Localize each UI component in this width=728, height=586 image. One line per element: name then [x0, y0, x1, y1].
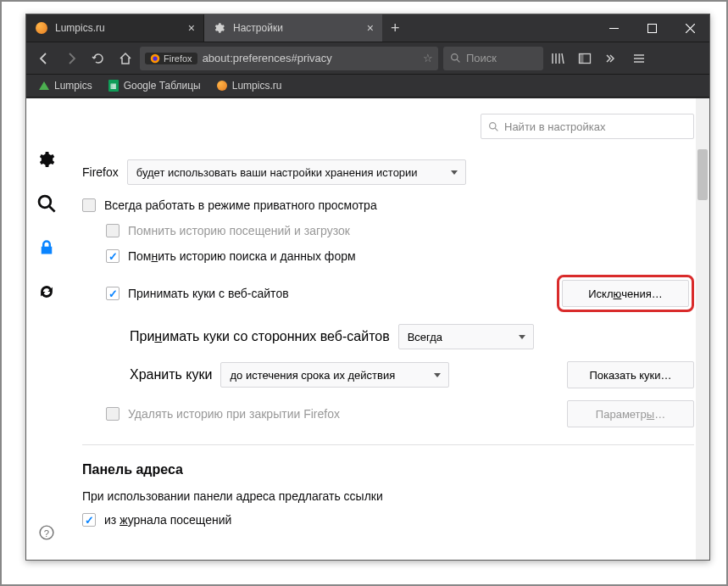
highlight-frame: Исключения…	[557, 275, 694, 312]
svg-point-3	[153, 56, 157, 60]
close-button[interactable]	[671, 14, 709, 42]
exceptions-button[interactable]: Исключения…	[562, 280, 689, 307]
accept-cookies-checkbox[interactable]	[106, 287, 119, 300]
sync-icon[interactable]	[36, 282, 57, 302]
clear-on-close-checkbox[interactable]	[106, 407, 119, 421]
tab-label: Настройки	[233, 22, 360, 34]
history-suggestions-row: из журнала посещений	[82, 513, 694, 527]
svg-rect-1	[648, 24, 657, 32]
forward-button[interactable]	[58, 47, 84, 70]
bookmark-lumpics[interactable]: Lumpics	[31, 78, 99, 93]
library-button[interactable]	[545, 47, 570, 70]
privacy-icon[interactable]	[36, 237, 57, 258]
checkbox-label: Принимать куки с веб-сайтов	[128, 287, 289, 300]
remember-search-row: Помнить историю поиска и данных форм	[82, 249, 694, 263]
keep-cookies-row: Хранить куки до истечения срока их дейст…	[82, 361, 694, 388]
bookmark-star-icon[interactable]: ☆	[423, 52, 433, 64]
window-controls	[595, 14, 709, 42]
close-icon[interactable]: ×	[188, 21, 195, 35]
firefox-label: Firefox	[82, 165, 119, 179]
history-suggestions-checkbox[interactable]	[82, 513, 96, 527]
back-button[interactable]	[31, 47, 57, 70]
content-area: ? Найти в настройках Firefox будет испол…	[26, 98, 709, 560]
home-button[interactable]	[113, 47, 138, 70]
select-value: будет использовать ваши настройки хранен…	[136, 166, 418, 179]
close-icon[interactable]: ×	[367, 21, 374, 35]
general-icon[interactable]	[36, 149, 57, 170]
third-party-row: Принимать куки со сторонних веб-сайтов В…	[82, 324, 694, 349]
sheets-icon: ▦	[108, 80, 119, 92]
keep-label: Хранить куки	[130, 367, 212, 382]
svg-point-7	[39, 196, 51, 208]
remember-history-row: Помнить историю посещений и загрузок	[82, 224, 694, 237]
clear-settings-button: Параметры…	[567, 400, 694, 427]
bookmark-label: Lumpics	[54, 80, 92, 92]
bookmark-label: Google Таблицы	[124, 80, 201, 92]
favicon-lumpics	[216, 80, 228, 92]
always-private-row: Всегда работать в режиме приватного прос…	[82, 198, 694, 212]
titlebar: Lumpics.ru × Настройки × +	[26, 14, 709, 42]
overflow-button[interactable]	[599, 47, 625, 70]
checkbox-label: Помнить историю поиска и данных форм	[128, 249, 356, 263]
reload-button[interactable]	[86, 47, 111, 70]
svg-rect-0	[609, 28, 619, 29]
accept-cookies-row: Принимать куки с веб-сайтов Исключения…	[82, 275, 694, 312]
bookmarks-bar: Lumpics ▦ Google Таблицы Lumpics.ru	[26, 74, 709, 98]
new-tab-button[interactable]: +	[382, 20, 408, 37]
keep-until-select[interactable]: до истечения срока их действия	[220, 362, 449, 388]
favicon-lumpics	[35, 21, 48, 35]
checkbox-label: Всегда работать в режиме приватного прос…	[104, 198, 377, 212]
minimize-button[interactable]	[595, 14, 633, 42]
bookmark-lumpicsru[interactable]: Lumpics.ru	[209, 78, 289, 93]
search-placeholder: Поиск	[466, 52, 497, 64]
svg-point-10	[490, 122, 496, 128]
history-mode-row: Firefox будет использовать ваши настройк…	[82, 159, 694, 185]
section-divider	[82, 444, 694, 445]
tab-lumpics[interactable]: Lumpics.ru ×	[26, 14, 204, 42]
gear-icon	[213, 21, 226, 35]
sidebar-button[interactable]	[572, 47, 597, 70]
clear-on-close-row: Удалять историю при закрытии Firefox Пар…	[82, 400, 694, 427]
tabs-row: Lumpics.ru × Настройки × +	[26, 14, 595, 42]
checkbox-label: Помнить историю посещений и загрузок	[128, 224, 350, 237]
scrollbar-thumb[interactable]	[697, 149, 708, 200]
addressbar-desc: При использовании панели адреса предлага…	[82, 489, 694, 503]
show-cookies-button[interactable]: Показать куки…	[567, 361, 694, 388]
checkbox-label: из журнала посещений	[104, 513, 231, 527]
search-placeholder: Найти в настройках	[504, 120, 606, 133]
toolbar: Firefox about:preferences#privacy ☆ Поис…	[26, 42, 709, 74]
select-value: Всегда	[408, 331, 442, 343]
menu-button[interactable]	[626, 47, 652, 70]
url-text: about:preferences#privacy	[203, 52, 418, 64]
bookmark-sheets[interactable]: ▦ Google Таблицы	[101, 78, 208, 93]
svg-point-4	[452, 54, 458, 60]
bookmark-label: Lumpics.ru	[232, 80, 282, 92]
remember-history-checkbox[interactable]	[106, 224, 119, 237]
maximize-button[interactable]	[633, 14, 671, 42]
search-pref-icon[interactable]	[36, 193, 57, 214]
remember-search-checkbox[interactable]	[106, 249, 119, 263]
scrollbar[interactable]	[696, 98, 709, 560]
tab-settings[interactable]: Настройки ×	[204, 14, 382, 42]
help-icon[interactable]: ?	[36, 522, 57, 543]
find-in-settings-input[interactable]: Найти в настройках	[481, 114, 694, 139]
tab-label: Lumpics.ru	[55, 22, 181, 34]
search-input[interactable]: Поиск	[443, 47, 543, 70]
history-mode-select[interactable]: будет использовать ваши настройки хранен…	[127, 159, 466, 185]
badge-text: Firefox	[164, 53, 192, 64]
checkbox-label: Удалять историю при закрытии Firefox	[128, 407, 340, 421]
url-bar[interactable]: Firefox about:preferences#privacy ☆	[140, 47, 438, 70]
third-party-label: Принимать куки со сторонних веб-сайтов	[130, 329, 390, 344]
select-value: до истечения срока их действия	[230, 369, 395, 382]
preferences-sidebar: ?	[26, 98, 67, 560]
svg-text:?: ?	[44, 528, 49, 539]
third-party-select[interactable]: Всегда	[398, 324, 534, 349]
gdrive-icon	[38, 80, 50, 92]
preferences-main: Найти в настройках Firefox будет использ…	[67, 98, 709, 560]
svg-rect-6	[580, 53, 584, 63]
addressbar-heading: Панель адреса	[82, 462, 694, 477]
identity-badge: Firefox	[145, 53, 197, 64]
always-private-checkbox[interactable]	[82, 198, 96, 212]
